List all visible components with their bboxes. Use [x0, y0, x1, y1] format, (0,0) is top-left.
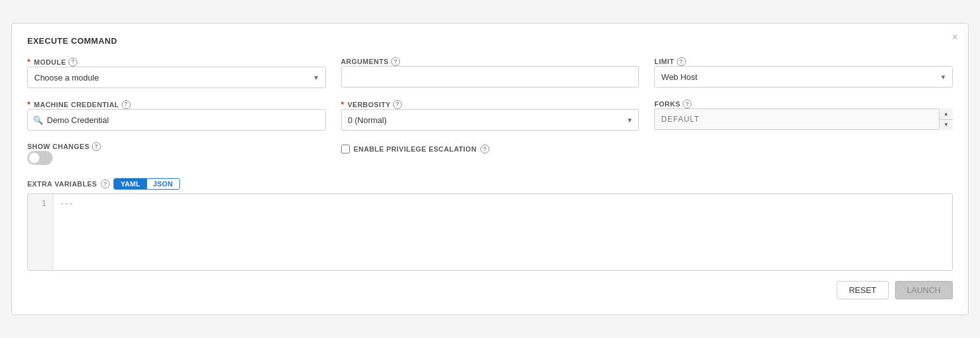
show-changes-help-icon[interactable]: ?: [92, 142, 101, 151]
forks-spinner-buttons: ▲ ▼: [939, 108, 953, 130]
row-module-args-limit: * MODULE ? Choose a module ▼ ARGUMENTS ?…: [27, 57, 953, 88]
toggle-slider: [27, 151, 53, 165]
extra-variables-tab-group: YAML JSON: [113, 178, 180, 190]
extra-variables-help-icon[interactable]: ?: [101, 179, 110, 188]
arguments-input[interactable]: [341, 66, 640, 88]
verbosity-required-star: *: [341, 100, 345, 109]
credential-required-star: *: [27, 100, 31, 109]
show-changes-toggle[interactable]: [27, 151, 53, 165]
show-changes-field: SHOW CHANGES ?: [27, 142, 326, 167]
row-credential-verbosity-forks: * MACHINE CREDENTIAL ? 🔍 * VERBOSITY ? 0…: [27, 100, 953, 131]
verbosity-select-wrapper: 0 (Normal) 1 (Verbose) 2 (More Verbose) …: [341, 109, 640, 131]
module-help-icon[interactable]: ?: [68, 58, 77, 67]
row-show-changes-privilege: SHOW CHANGES ? ENABLE PRIVILEGE ESCALATI…: [27, 142, 953, 167]
module-field: * MODULE ? Choose a module ▼: [27, 57, 326, 88]
limit-field: LIMIT ? Web Host ▼: [654, 57, 953, 88]
limit-select-wrapper: Web Host ▼: [654, 66, 953, 88]
verbosity-select[interactable]: 0 (Normal) 1 (Verbose) 2 (More Verbose) …: [341, 109, 640, 131]
dialog-footer: RESET LAUNCH: [27, 281, 953, 299]
arguments-help-icon[interactable]: ?: [391, 57, 400, 66]
module-label: * MODULE ?: [27, 57, 326, 67]
arguments-field: ARGUMENTS ?: [341, 57, 640, 88]
dialog-title: EXECUTE COMMAND: [27, 36, 953, 46]
reset-button[interactable]: RESET: [837, 281, 888, 299]
limit-label: LIMIT ?: [654, 57, 953, 66]
privilege-escalation-checkbox[interactable]: [341, 145, 350, 153]
close-button[interactable]: ×: [952, 32, 958, 42]
verbosity-label: * VERBOSITY ?: [341, 100, 640, 109]
machine-credential-field: * MACHINE CREDENTIAL ? 🔍: [27, 100, 326, 131]
verbosity-field: * VERBOSITY ? 0 (Normal) 1 (Verbose) 2 (…: [341, 100, 640, 131]
forks-spinner-wrapper: ▲ ▼: [654, 108, 953, 130]
forks-input[interactable]: [654, 108, 953, 130]
tab-json[interactable]: JSON: [147, 179, 179, 189]
forks-increment-button[interactable]: ▲: [939, 108, 953, 120]
module-select[interactable]: Choose a module: [27, 67, 326, 88]
forks-field: FORKS ? ▲ ▼: [654, 100, 953, 131]
extra-variables-label: EXTRA VARIABLES ? YAML JSON: [27, 178, 953, 190]
limit-select[interactable]: Web Host: [654, 66, 953, 88]
arguments-label: ARGUMENTS ?: [341, 57, 640, 66]
forks-decrement-button[interactable]: ▼: [939, 120, 953, 131]
module-select-wrapper: Choose a module ▼: [27, 67, 326, 88]
tab-yaml[interactable]: YAML: [114, 179, 146, 189]
privilege-escalation-label[interactable]: ENABLE PRIVILEGE ESCALATION ?: [341, 145, 489, 153]
verbosity-help-icon[interactable]: ?: [393, 100, 402, 109]
extra-variables-section: EXTRA VARIABLES ? YAML JSON 1 ---: [27, 178, 953, 271]
machine-credential-help-icon[interactable]: ?: [122, 100, 131, 109]
code-editor: 1 ---: [27, 193, 953, 271]
forks-help-icon[interactable]: ?: [683, 100, 692, 108]
forks-label: FORKS ?: [654, 100, 953, 108]
line-numbers: 1: [28, 194, 53, 270]
module-required-star: *: [27, 57, 31, 67]
privilege-escalation-help-icon[interactable]: ?: [480, 145, 489, 153]
extra-variables-textarea[interactable]: ---: [53, 194, 952, 270]
privilege-escalation-field: ENABLE PRIVILEGE ESCALATION ?: [341, 142, 640, 153]
machine-credential-label: * MACHINE CREDENTIAL ?: [27, 100, 326, 109]
show-changes-label: SHOW CHANGES ?: [27, 142, 326, 151]
launch-button[interactable]: LAUNCH: [895, 281, 953, 299]
search-icon: 🔍: [33, 115, 43, 125]
limit-help-icon[interactable]: ?: [677, 57, 686, 66]
execute-command-dialog: EXECUTE COMMAND × * MODULE ? Choose a mo…: [11, 23, 969, 315]
machine-credential-search-wrapper: 🔍: [27, 109, 326, 131]
machine-credential-input[interactable]: [47, 115, 320, 125]
